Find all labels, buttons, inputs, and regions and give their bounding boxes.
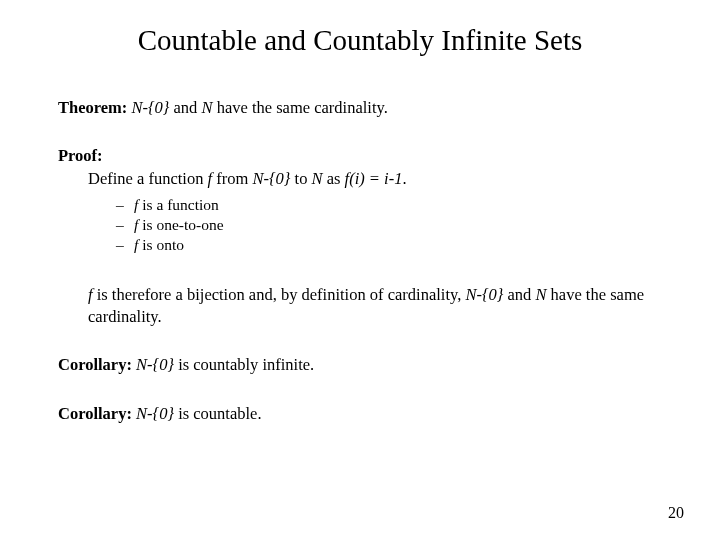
cor2-rest: is countable. bbox=[178, 404, 261, 423]
cx-s1: N-{0} bbox=[465, 285, 503, 304]
proof-properties: f is a function f is one-to-one f is ont… bbox=[116, 196, 662, 254]
page-number: 20 bbox=[668, 504, 684, 522]
pb-d2: N bbox=[312, 169, 323, 188]
cor1-label: Corollary: bbox=[58, 355, 132, 374]
theorem-set1: N-{0} bbox=[131, 98, 169, 117]
list-item: f is a function bbox=[116, 196, 662, 214]
corollary-1: Corollary: N-{0} is countably infinite. bbox=[58, 354, 662, 376]
prop-rest: is a function bbox=[138, 196, 219, 213]
slide-title: Countable and Countably Infinite Sets bbox=[58, 24, 662, 57]
cx-and: and bbox=[503, 285, 535, 304]
cx-s2: N bbox=[535, 285, 546, 304]
pb-d1: N-{0} bbox=[253, 169, 291, 188]
slide: Countable and Countably Infinite Sets Th… bbox=[0, 0, 720, 540]
proof-conclusion: f is therefore a bijection and, by defin… bbox=[58, 284, 662, 329]
proof-body: Define a function f from N-{0} to N as f… bbox=[58, 168, 662, 190]
theorem: Theorem: N-{0} and N have the same cardi… bbox=[58, 97, 662, 119]
cor2-label: Corollary: bbox=[58, 404, 132, 423]
pb-m1: from bbox=[212, 169, 252, 188]
corollary-2: Corollary: N-{0} is countable. bbox=[58, 403, 662, 425]
list-item: f is onto bbox=[116, 236, 662, 254]
theorem-set2: N bbox=[202, 98, 213, 117]
pb-m3: as bbox=[323, 169, 345, 188]
cx-mid: is therefore a bijection and, by definit… bbox=[93, 285, 466, 304]
proof-label: Proof: bbox=[58, 146, 103, 165]
theorem-rest: have the same cardinality. bbox=[217, 98, 388, 117]
pb-m2: to bbox=[290, 169, 311, 188]
theorem-mid: and bbox=[174, 98, 202, 117]
pb-pre: Define a function bbox=[88, 169, 208, 188]
cor1-set: N-{0} bbox=[136, 355, 174, 374]
proof-label-line: Proof: bbox=[58, 145, 662, 167]
cor2-set: N-{0} bbox=[136, 404, 174, 423]
theorem-label: Theorem: bbox=[58, 98, 127, 117]
cor1-rest: is countably infinite. bbox=[178, 355, 314, 374]
pb-end: . bbox=[402, 169, 406, 188]
pb-eq: f(i) = i-1 bbox=[345, 169, 403, 188]
prop-rest: is onto bbox=[138, 236, 184, 253]
list-item: f is one-to-one bbox=[116, 216, 662, 234]
prop-rest: is one-to-one bbox=[138, 216, 223, 233]
